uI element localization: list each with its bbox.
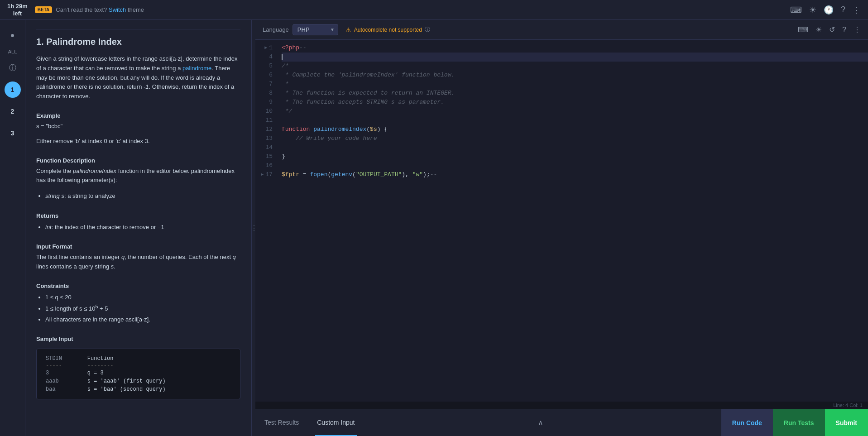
example-heading: Example (36, 112, 240, 119)
code-line-5: /* (282, 62, 868, 71)
func-cell: s = 'baa' (second query) (84, 385, 235, 393)
reset-icon[interactable]: ↺ (829, 25, 835, 34)
sidebar-item-3[interactable]: 3 (5, 125, 21, 141)
ln-5: 5 (255, 62, 278, 71)
sidebar-item-2[interactable]: 2 (5, 103, 21, 120)
function-divider: -------- (84, 363, 235, 369)
ln-17: ▶17 (255, 170, 278, 179)
stdin-divider: ----- (42, 363, 84, 369)
switch-theme-link[interactable]: Switch (109, 6, 126, 13)
keyboard-shortcut-icon[interactable]: ⌨ (798, 25, 808, 34)
text-cursor (282, 54, 283, 60)
code-line-15: } (282, 152, 868, 161)
code-editor[interactable]: ▶1 4 5 6 7 8 9 10 11 12 13 14 15 16 ▶17 (255, 40, 868, 402)
sidebar-item-1[interactable]: 1 (5, 81, 21, 98)
ln-7: 7 (255, 80, 278, 89)
code-line-7: * (282, 80, 868, 89)
ln-4: 4 (255, 53, 278, 62)
more-editor-icon[interactable]: ⋮ (854, 25, 861, 34)
table-row: 3 q = 3 (42, 369, 235, 377)
table-header-row: STDIN Function (42, 355, 235, 363)
tab-test-results[interactable]: Test Results (263, 409, 301, 436)
returns-item: int: the index of the character to remov… (45, 222, 240, 232)
func-cell: s = 'aaab' (first query) (84, 377, 235, 385)
problem-panel: 1. Palindrome Index Given a string of lo… (25, 20, 252, 436)
sidebar-all-label[interactable]: ALL (8, 49, 17, 54)
bottom-tabs: Test Results Custom Input (255, 409, 364, 436)
function-header: Function (84, 355, 235, 363)
submit-button[interactable]: Submit (825, 409, 868, 436)
more-icon[interactable]: ⋮ (853, 5, 861, 15)
ln-1: ▶1 (255, 43, 278, 53)
constraint-2: 1 ≤ length of s ≤ 105 + 5 (45, 302, 240, 314)
ln-15: 15 (255, 152, 278, 161)
status-bar: Line: 4 Col: 1 (255, 402, 868, 409)
theme-label: theme (128, 6, 144, 13)
code-line-16 (282, 161, 868, 170)
code-line-11 (282, 116, 868, 125)
run-tests-button[interactable]: Run Tests (773, 409, 825, 436)
code-line-12: function palindromeIndex($s) { (282, 125, 868, 134)
code-line-13: // Write your code here (282, 134, 868, 143)
expand-arrow-1[interactable]: ▶ (264, 43, 267, 53)
language-select[interactable]: PHP Python3 Java C++ JavaScript (293, 24, 338, 35)
tab-custom-input[interactable]: Custom Input (315, 409, 356, 436)
returns-list: int: the index of the character to remov… (36, 222, 240, 232)
stdin-header: STDIN (42, 355, 84, 363)
input-format-text: The first line contains an integer q, th… (36, 253, 240, 272)
func-desc-text: Complete the palindromeIndex function in… (36, 167, 240, 186)
language-label: Language (263, 26, 289, 33)
param-item: string s: a string to analyze (45, 191, 240, 201)
test-results-label: Test Results (264, 419, 299, 426)
expand-arrow-17[interactable]: ▶ (261, 170, 264, 179)
collapse-area: ∧ (538, 418, 547, 427)
help-icon[interactable]: ? (841, 5, 845, 14)
resize-handle[interactable]: ⋮ (252, 20, 255, 436)
ln-6: 6 (255, 71, 278, 80)
editor-container: Language PHP Python3 Java C++ JavaScript… (255, 20, 868, 436)
help-editor-icon[interactable]: ? (842, 26, 846, 34)
table-row: baa s = 'baa' (second query) (42, 385, 235, 393)
keyboard-icon[interactable]: ⌨ (790, 5, 802, 15)
run-code-button[interactable]: Run Code (721, 409, 773, 436)
beta-badge: BETA (35, 6, 52, 13)
ln-8: 8 (255, 89, 278, 98)
table-divider-row: ----- -------- (42, 363, 235, 369)
code-content[interactable]: <?php-- /* * Complete the 'palindromeInd… (278, 40, 868, 402)
code-line-6: * Complete the 'palindromeIndex' functio… (282, 71, 868, 80)
top-bar: 1h 29mleft BETA Can't read the text? Swi… (0, 0, 868, 20)
func-cell: q = 3 (84, 369, 235, 377)
sidebar-icon-profile[interactable]: ● (5, 27, 21, 43)
code-line-4 (282, 53, 868, 62)
language-select-wrapper: PHP Python3 Java C++ JavaScript (293, 24, 338, 35)
warning-icon: ⚠ (345, 26, 351, 34)
ln-12: 12 (255, 125, 278, 134)
autocomplete-text: Autocomplete not supported (354, 27, 422, 33)
sidebar-icon-info[interactable]: ⓘ (5, 60, 21, 76)
problem-description: Given a string of lowercase letters in t… (36, 54, 240, 101)
table-row: aaab s = 'aaab' (first query) (42, 377, 235, 385)
autocomplete-notice: ⚠ Autocomplete not supported ⓘ (345, 26, 430, 34)
example-s: s = "bcbc" (36, 122, 240, 131)
notice-text: Can't read the text? Switch theme (56, 6, 144, 13)
bottom-bar: Test Results Custom Input ∧ Run Code Run… (255, 409, 868, 436)
ln-14: 14 (255, 143, 278, 152)
ln-10: 10 (255, 107, 278, 116)
code-line-8: * The function is expected to return an … (282, 89, 868, 98)
top-bar-actions: ⌨ ☀ 🕐 ? ⋮ (790, 5, 861, 15)
ln-13: 13 (255, 134, 278, 143)
timer-text: 1h 29mleft (7, 3, 28, 17)
code-line-1: <?php-- (282, 43, 868, 53)
brightness-icon[interactable]: ☀ (809, 5, 816, 15)
palindrome-link[interactable]: palindrome (182, 65, 211, 72)
theme-toggle-icon[interactable]: ☀ (815, 25, 822, 34)
sample-table: STDIN Function ----- -------- 3 q = 3 aa… (42, 355, 235, 393)
autocomplete-info-icon[interactable]: ⓘ (425, 26, 430, 34)
ln-16: 16 (255, 161, 278, 170)
history-icon[interactable]: 🕐 (824, 5, 834, 15)
collapse-arrow-icon[interactable]: ∧ (538, 418, 543, 427)
stdin-cell: baa (42, 385, 84, 393)
panel-divider (36, 29, 240, 29)
cursor-position: Line: 4 Col: 1 (833, 402, 863, 408)
sample-input-box: STDIN Function ----- -------- 3 q = 3 aa… (36, 349, 240, 399)
